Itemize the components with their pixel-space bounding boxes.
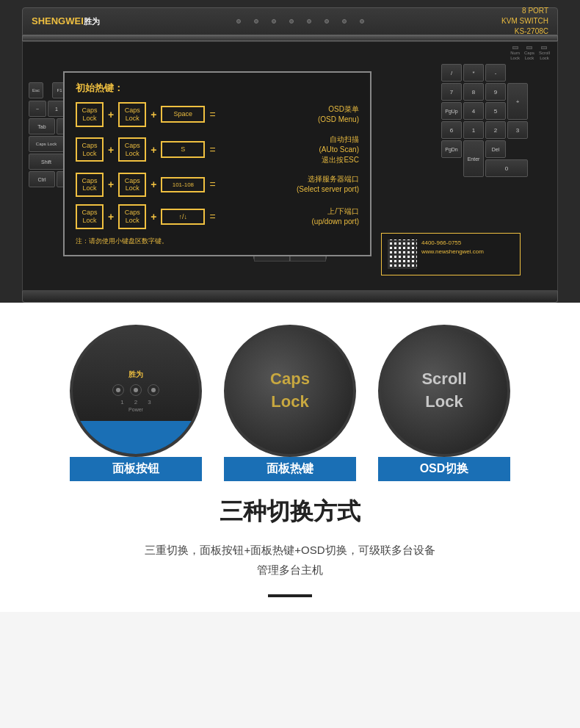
osd-plus-6: +	[151, 179, 156, 190]
numpad-4[interactable]: 4	[463, 102, 484, 120]
panel-inner: 胜为 1 2 3 Power	[73, 328, 199, 454]
device-top-panel: SHENGWEI胜为 8 PORTKVM SWITCHKS-2708C	[22, 7, 558, 35]
numpad-5[interactable]: 5	[485, 102, 506, 120]
numpad-star[interactable]: *	[463, 64, 484, 82]
port-dot-4	[289, 19, 294, 24]
port-dot-7	[342, 19, 347, 24]
website: www.newshengwei.com	[421, 248, 514, 255]
scroll-lock-display: ScrollLock	[421, 368, 466, 414]
caps-lock-indicator: CapsLock	[524, 46, 534, 60]
port-dot-1	[236, 19, 241, 24]
device-section: SHENGWEI胜为 8 PORTKVM SWITCHKS-2708C NumL…	[0, 0, 580, 303]
osd-key-caps2: CapsLock	[118, 102, 146, 127]
osd-plus-8: +	[151, 211, 156, 223]
info-card: 4400-966-0755 www.newshengwei.com	[381, 233, 521, 275]
osd-popup: 初始热键： CapsLock + CapsLock + Space = OSD菜…	[63, 71, 371, 256]
device-rail	[22, 35, 558, 41]
numpad-3[interactable]: 3	[507, 121, 528, 139]
caps-key[interactable]: Caps Lock	[29, 136, 64, 152]
osd-plus-1: +	[108, 109, 114, 120]
osd-equals-4: =	[209, 211, 215, 223]
port-dot-5	[307, 19, 311, 24]
osd-plus-2: +	[151, 109, 156, 120]
numpad-2[interactable]: 2	[485, 121, 506, 139]
numpad-8[interactable]: 8	[463, 83, 484, 101]
mini-dot-2	[130, 384, 142, 396]
features-section: 胜为 1 2 3 Power 面板按钮	[0, 303, 580, 612]
port-dot-3	[272, 19, 276, 24]
osd-plus-5: +	[108, 179, 114, 190]
osd-plus-3: +	[108, 144, 114, 156]
osd-key-caps1: CapsLock	[76, 102, 104, 127]
tab-key[interactable]: Tab	[29, 118, 55, 134]
osd-equals-3: =	[209, 179, 215, 190]
esc-key[interactable]: Esc	[29, 82, 43, 98]
port-dot-8	[360, 19, 364, 24]
scroll-lock-indicator: ScrollLock	[539, 46, 550, 60]
osd-equals-2: =	[209, 144, 215, 156]
device-model: 8 PORTKVM SWITCHKS-2708C	[501, 6, 548, 37]
numpad-plus[interactable]: +	[507, 83, 528, 120]
osd-desc-4: 上/下端口(up/down port)	[220, 206, 359, 227]
osd-key-caps4: CapsLock	[118, 137, 146, 162]
osd-note: 注：请勿使用小键盘区数字键。	[76, 237, 359, 246]
osd-plus-7: +	[108, 211, 114, 223]
numpad-del[interactable]: Del	[485, 140, 506, 158]
backtick-key[interactable]: ~	[29, 101, 46, 117]
osd-key-space: Space	[161, 106, 205, 123]
numpad-slash[interactable]: /	[441, 64, 462, 82]
mini-nums: 1 2 3	[120, 399, 151, 406]
numpad-7[interactable]: 7	[441, 83, 462, 101]
port-dot-2	[254, 19, 258, 24]
port-dot-6	[325, 19, 329, 24]
osd-equals-1: =	[209, 109, 215, 120]
numpad-1[interactable]: 1	[463, 121, 484, 139]
osd-desc-3: 选择服务器端口(Select server port)	[220, 174, 359, 195]
osd-key-caps8: CapsLock	[118, 204, 146, 229]
numpad-6[interactable]: 6	[441, 121, 462, 139]
osd-desc-1: OSD菜单(OSD Menu)	[220, 104, 359, 125]
circle-label-osd: OSD切换	[378, 457, 510, 481]
keyboard-area: NumLock CapsLock ScrollLock Esc F1 F2 F3…	[22, 41, 558, 291]
circle-blue-bottom-1	[73, 421, 199, 454]
osd-key-s: S	[161, 141, 205, 158]
osd-desc-2: 自动扫描(AUto Scan)退出按ESC	[220, 134, 359, 165]
circle-item-osd: ScrollLock OSD切换	[378, 325, 510, 481]
brand-logo: SHENGWEI胜为	[32, 15, 100, 27]
device-bottom-rail	[22, 291, 558, 303]
osd-key-caps3: CapsLock	[76, 137, 104, 162]
osd-row-2: CapsLock + CapsLock + S = 自动扫描(AUto Scan…	[76, 134, 359, 165]
osd-key-caps6: CapsLock	[118, 173, 146, 198]
circle-hotkey-img: CapsLock	[224, 325, 356, 457]
caps-lock-display: CapsLock	[270, 368, 310, 414]
circle-panel-btn-img: 胜为 1 2 3 Power	[70, 325, 202, 457]
info-card-text: 4400-966-0755 www.newshengwei.com	[421, 239, 514, 257]
phone-number: 4400-966-0755	[421, 239, 514, 246]
shift-key[interactable]: Shift	[29, 154, 64, 170]
numpad-minus[interactable]: -	[485, 64, 506, 82]
osd-key-caps7: CapsLock	[76, 204, 104, 229]
osd-row-1: CapsLock + CapsLock + Space = OSD菜单(OSD …	[76, 102, 359, 127]
circles-row: 胜为 1 2 3 Power 面板按钮	[15, 325, 565, 481]
numpad-0[interactable]: 0	[485, 159, 528, 177]
divider-line	[268, 594, 312, 597]
mini-brand: 胜为	[128, 370, 143, 380]
circle-item-hotkey: CapsLock 面板热键	[224, 325, 356, 481]
numpad-9[interactable]: 9	[485, 83, 506, 101]
numpad-enter[interactable]: Enter	[463, 140, 484, 177]
circle-osd-img: ScrollLock	[378, 325, 510, 457]
port-dots	[236, 19, 364, 24]
qr-code	[388, 239, 417, 269]
numpad-pgdn[interactable]: PgDn	[441, 140, 462, 158]
numpad-pgup[interactable]: PgUp	[441, 102, 462, 120]
ctrl-key[interactable]: Ctrl	[29, 171, 55, 187]
circle-item-panel-btn: 胜为 1 2 3 Power 面板按钮	[70, 325, 202, 481]
osd-plus-4: +	[151, 144, 156, 156]
section-desc: 三重切换，面板按钮+面板热键+OSD切换，可级联多台设备管理多台主机	[15, 540, 565, 580]
circle-label-panel-btn: 面板按钮	[70, 457, 202, 481]
osd-key-port: 101-108	[161, 177, 205, 193]
num-lock-indicator: NumLock	[510, 46, 520, 60]
osd-key-arrows: ↑/↓	[161, 209, 205, 226]
section-title: 三种切换方式	[15, 496, 565, 528]
keyboard-indicators: NumLock CapsLock ScrollLock	[510, 46, 550, 60]
